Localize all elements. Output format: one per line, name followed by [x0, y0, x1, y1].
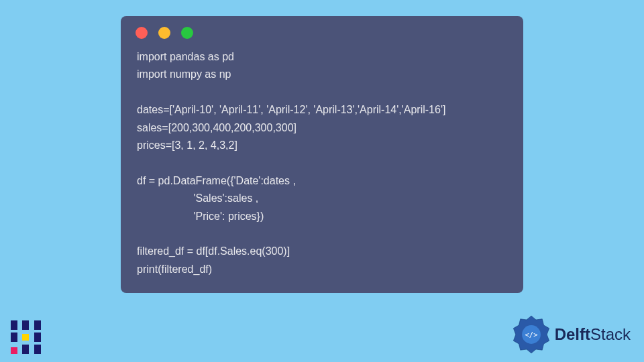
window-maximize-icon — [181, 27, 193, 39]
window-minimize-icon — [158, 27, 170, 39]
window-close-icon — [136, 27, 148, 39]
code-snippet-window: import pandas as pd import numpy as np d… — [121, 16, 523, 293]
code-block: import pandas as pd import numpy as np d… — [121, 44, 523, 278]
window-title-bar — [121, 16, 523, 44]
brand-text-prefix: Delft — [555, 325, 590, 343]
svg-text:</>: </> — [525, 330, 537, 339]
brand-logo: </> DelftStack — [512, 315, 631, 354]
brand-seal-icon: </> — [512, 315, 551, 354]
watermark-icon — [7, 316, 47, 357]
brand-text: DelftStack — [555, 325, 631, 344]
brand-text-suffix: Stack — [590, 325, 631, 343]
